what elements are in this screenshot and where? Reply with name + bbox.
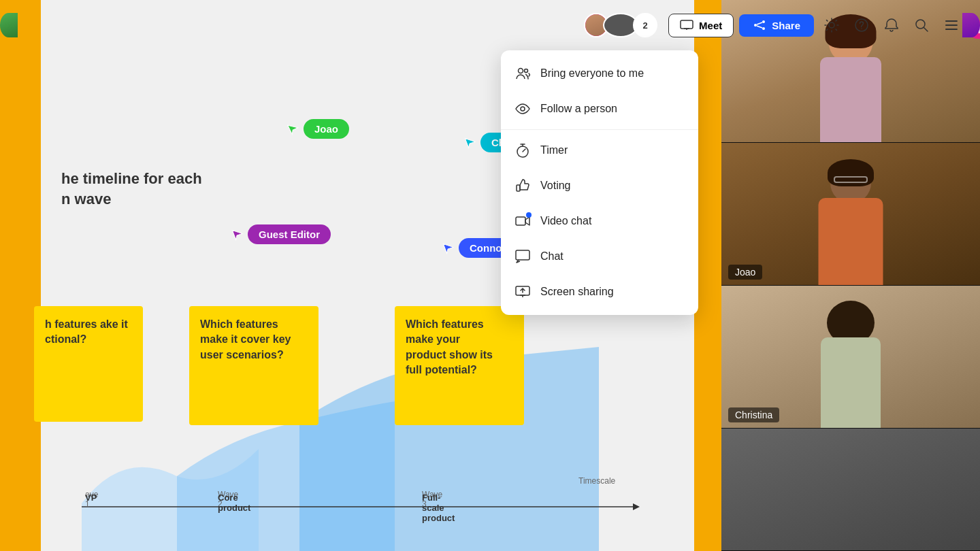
share-button[interactable]: Share [739, 14, 814, 37]
help-icon [854, 18, 869, 33]
share-dropdown: Bring everyone to me Follow a person Tim… [501, 50, 698, 315]
meet-icon [680, 20, 693, 31]
screen-sharing-icon [514, 284, 531, 300]
bell-icon [884, 18, 899, 33]
voting-label: Voting [540, 180, 570, 192]
bring-everyone-label: Bring everyone to me [540, 67, 644, 80]
menu-item-timer[interactable]: Timer [501, 133, 698, 168]
sticky-note-3: Which featuresmake yourproduct show itsf… [395, 306, 524, 425]
meet-button[interactable]: Meet [668, 14, 734, 37]
svg-rect-28 [517, 185, 520, 191]
share-label: Share [772, 20, 800, 31]
search-icon [914, 18, 929, 33]
menu-item-voting[interactable]: Voting [501, 168, 698, 203]
svg-rect-29 [516, 217, 525, 225]
chat-icon [514, 248, 531, 265]
christina-name-tag: Christina [728, 407, 779, 422]
svg-rect-18 [945, 20, 958, 22]
menu-item-screen-sharing[interactable]: Screen sharing [501, 274, 698, 310]
svg-rect-20 [945, 29, 958, 30]
meet-label: Meet [699, 20, 722, 31]
menu-item-follow[interactable]: Follow a person [501, 91, 698, 127]
settings-icon [824, 18, 839, 33]
share-icon [753, 20, 766, 31]
video-tile-joao: Joao [721, 143, 980, 286]
svg-marker-5 [232, 229, 242, 239]
svg-line-27 [523, 149, 525, 152]
video-chat-icon-container [514, 213, 531, 229]
menu-item-bring-everyone[interactable]: Bring everyone to me [501, 56, 698, 91]
menu-item-chat[interactable]: Chat [501, 239, 698, 274]
svg-marker-3 [465, 137, 475, 148]
svg-line-17 [924, 28, 928, 32]
menu-icon [944, 18, 959, 33]
svg-marker-1 [633, 503, 640, 510]
follow-person-label: Follow a person [540, 103, 617, 115]
video-chat-badge [526, 212, 532, 218]
eye-icon [514, 101, 531, 117]
menu-button[interactable] [939, 13, 964, 37]
timer-icon [514, 142, 531, 158]
svg-point-22 [525, 69, 528, 73]
sticky-note-2: Which featuresmake it cover keyuser scen… [189, 306, 318, 425]
svg-point-9 [754, 24, 757, 27]
chat-label: Chat [540, 250, 564, 263]
timeline-text2: n wave [61, 190, 111, 208]
video-panel: Michelle Joao Christina [721, 0, 980, 551]
divider-1 [501, 129, 698, 130]
svg-point-11 [762, 27, 765, 30]
timer-label: Timer [540, 144, 568, 156]
svg-rect-19 [945, 24, 958, 26]
video-tile-4 [721, 429, 980, 551]
svg-line-12 [757, 22, 762, 24]
avatar-count[interactable]: 2 [633, 13, 657, 37]
svg-point-10 [762, 20, 765, 23]
screen-sharing-label: Screen sharing [540, 286, 614, 298]
thumbs-up-icon [514, 178, 531, 194]
joao-cursor: Joao [287, 119, 349, 139]
svg-marker-2 [288, 123, 299, 134]
timeline-text: he timeline for each [61, 170, 202, 188]
svg-marker-4 [443, 243, 453, 253]
help-button[interactable] [849, 13, 874, 37]
video-chat-label: Video chat [540, 215, 591, 227]
svg-rect-6 [681, 20, 693, 29]
menu-item-video-chat[interactable]: Video chat [501, 203, 698, 239]
svg-line-13 [757, 26, 762, 28]
svg-point-23 [521, 107, 525, 111]
svg-point-15 [861, 28, 862, 29]
notifications-button[interactable] [879, 13, 904, 37]
people-icon [514, 65, 531, 82]
video-tile-christina: Christina [721, 286, 980, 429]
search-button[interactable] [909, 13, 934, 37]
settings-button[interactable] [819, 13, 844, 37]
guest-editor-cursor: Guest Editor [231, 224, 331, 244]
svg-point-21 [519, 69, 523, 73]
svg-rect-30 [516, 250, 529, 260]
sticky-note-1: h features ake it ctional? [34, 306, 143, 422]
avatar-group[interactable]: 2 [584, 13, 657, 37]
joao-name-tag: Joao [728, 265, 762, 280]
